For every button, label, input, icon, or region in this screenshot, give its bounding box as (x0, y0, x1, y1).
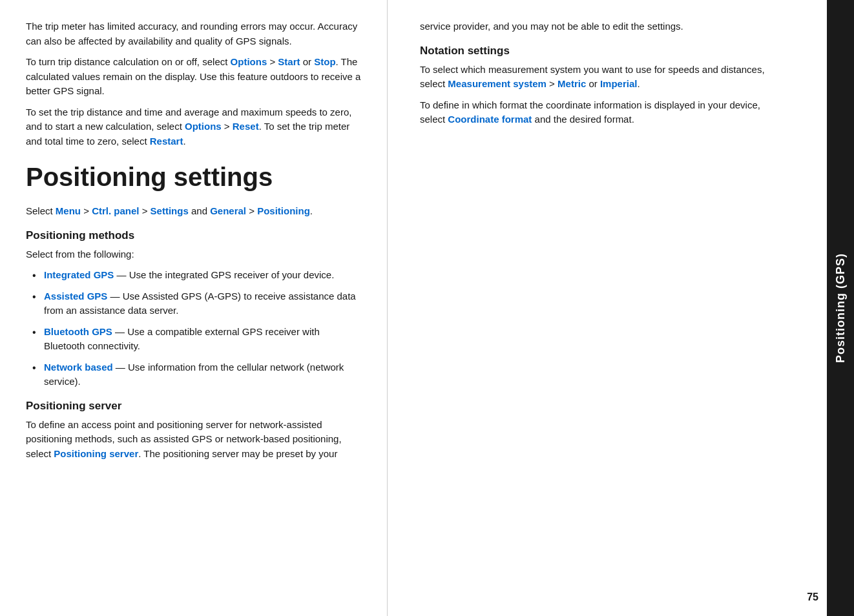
nav-end: . (310, 205, 313, 216)
assisted-gps-link[interactable]: Assisted GPS (44, 291, 107, 302)
list-item: Network based — Use information from the… (32, 360, 361, 389)
notation-p1-or: or (586, 78, 600, 89)
notation-para-2: To define in which format the coordinate… (420, 98, 775, 127)
positioning-link[interactable]: Positioning (257, 205, 310, 216)
bullet1-text: — Use the integrated GPS receiver of you… (114, 269, 334, 280)
notation-p1-gt: > (547, 78, 557, 89)
left-column: The trip meter has limited accuracy, and… (0, 0, 388, 616)
side-tab: Positioning (GPS) (827, 0, 854, 616)
methods-intro: Select from the following: (26, 247, 361, 262)
right-column: service provider, and you may not be abl… (388, 0, 807, 616)
network-based-link[interactable]: Network based (44, 362, 113, 373)
intro-p3-end: . (183, 136, 185, 147)
reset-link[interactable]: Reset (233, 121, 259, 132)
positioning-methods-title: Positioning methods (26, 229, 361, 242)
list-item: Integrated GPS — Use the integrated GPS … (32, 268, 361, 283)
right-para-1: service provider, and you may not be abl… (420, 19, 775, 34)
positioning-server-link[interactable]: Positioning server (54, 448, 138, 459)
stop-link[interactable]: Stop (314, 56, 335, 67)
intro-p2-or: or (300, 56, 315, 67)
bluetooth-gps-link[interactable]: Bluetooth GPS (44, 326, 112, 337)
start-link[interactable]: Start (278, 56, 300, 67)
nav-gt1: > (81, 205, 92, 216)
integrated-gps-link[interactable]: Integrated GPS (44, 269, 114, 280)
notation-settings-title: Notation settings (420, 45, 775, 57)
intro-para-3: To set the trip distance and time and av… (26, 105, 361, 149)
options-link-2[interactable]: Options (185, 121, 222, 132)
notation-p2-after: and the desired format. (532, 114, 634, 125)
list-item: Assisted GPS — Use Assisted GPS (A-GPS) … (32, 289, 361, 318)
intro-p2-before: To turn trip distance calculation on or … (26, 56, 231, 67)
general-link[interactable]: General (210, 205, 246, 216)
page-number: 75 (807, 591, 818, 603)
restart-link[interactable]: Restart (150, 136, 183, 147)
positioning-server-title: Positioning server (26, 400, 361, 413)
positioning-settings-title: Positioning settings (26, 161, 361, 192)
nav-gt3: > (246, 205, 257, 216)
page-container: The trip meter has limited accuracy, and… (0, 0, 854, 616)
intro-para-2: To turn trip distance calculation on or … (26, 55, 361, 99)
intro-para-1: The trip meter has limited accuracy, and… (26, 19, 361, 48)
notation-para-1: To select which measurement system you w… (420, 63, 775, 92)
positioning-methods-list: Integrated GPS — Use the integrated GPS … (26, 268, 361, 389)
nav-and: and (189, 205, 210, 216)
side-tab-label: Positioning (GPS) (834, 253, 848, 363)
nav-gt2: > (140, 205, 151, 216)
nav-line: Select Menu > Ctrl. panel > Settings and… (26, 204, 361, 219)
metric-link[interactable]: Metric (557, 78, 586, 89)
server-p1-after: . The positioning server may be preset b… (138, 448, 337, 459)
coordinate-format-link[interactable]: Coordinate format (448, 114, 532, 125)
measurement-system-link[interactable]: Measurement system (448, 78, 547, 89)
imperial-link[interactable]: Imperial (600, 78, 638, 89)
notation-p1-end: . (637, 78, 640, 89)
menu-link[interactable]: Menu (56, 205, 81, 216)
intro-p3-gt: > (222, 121, 233, 132)
intro-p2-gt1: > (267, 56, 278, 67)
settings-link[interactable]: Settings (151, 205, 189, 216)
server-para: To define an access point and positionin… (26, 418, 361, 462)
ctrlpanel-link[interactable]: Ctrl. panel (92, 205, 139, 216)
nav-before: Select (26, 205, 56, 216)
list-item: Bluetooth GPS — Use a compatible externa… (32, 325, 361, 354)
options-link-1[interactable]: Options (231, 56, 267, 67)
